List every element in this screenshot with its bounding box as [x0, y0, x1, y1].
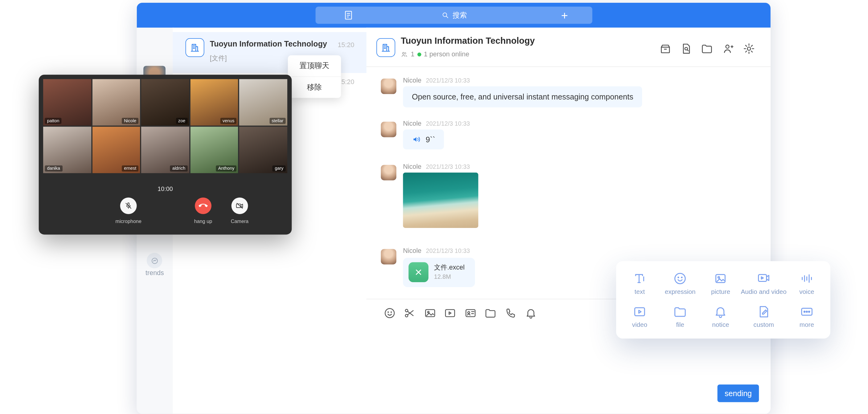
feature-expression[interactable]: expression [660, 267, 700, 300]
hang-up-button[interactable] [195, 197, 212, 214]
settings-icon[interactable] [743, 42, 755, 55]
file-folder-icon[interactable] [484, 307, 497, 319]
screenshot-scissors-icon[interactable] [403, 307, 416, 319]
sender-name: Nicole [403, 76, 421, 84]
video-play-icon [633, 305, 647, 319]
add-button[interactable]: + [561, 7, 568, 23]
message-time: 2021/12/3 10:33 [426, 120, 470, 127]
message-meta: Nicole 2021/12/3 10:33 [403, 247, 470, 254]
conversation-title: Tuoyun Information Technology [210, 39, 327, 49]
trends-label: trends [137, 269, 173, 277]
chat-header: Tuoyun Information Technology 1 1 person… [367, 28, 771, 67]
top-search-group: 搜索 + [316, 7, 592, 24]
search-label: 搜索 [453, 10, 467, 20]
feature-more[interactable]: more [786, 300, 827, 333]
sender-name: Nicole [403, 247, 421, 254]
file-size: 12.8M [434, 273, 451, 280]
call-timer: 10:00 [39, 185, 292, 192]
video-icon[interactable] [444, 307, 456, 319]
message-meta: Nicole 2021/12/3 10:33 [403, 163, 470, 170]
video-grid: patton Nicole zoe venus stellar danika e… [43, 79, 287, 173]
video-participant-tile: gary [240, 127, 287, 173]
menu-item-remove[interactable]: 移除 [288, 76, 341, 98]
image-message[interactable] [403, 172, 478, 228]
avatar[interactable] [381, 165, 396, 180]
image-icon[interactable] [424, 307, 436, 319]
picture-icon [714, 272, 727, 286]
message-time: 2021/12/3 10:33 [426, 163, 470, 170]
video-participant-tile: patton [43, 79, 91, 126]
voice-duration: 9`` [426, 135, 435, 144]
feature-picture[interactable]: picture [700, 267, 741, 300]
video-participant-tile: Nicole [92, 79, 140, 126]
phone-call-icon[interactable] [505, 307, 517, 319]
message-text: Open source, free, and universal instant… [412, 92, 633, 101]
microphone-toggle-button[interactable] [120, 197, 137, 214]
participant-name: gary [273, 165, 285, 171]
message-meta: Nicole 2021/12/3 10:33 [403, 120, 470, 127]
notice-bell-icon [714, 305, 727, 319]
video-participant-tile: stellar [240, 79, 287, 126]
feature-voice[interactable]: voice [786, 267, 827, 300]
organization-icon [186, 38, 204, 57]
search-icon [441, 11, 449, 20]
participant-name: ernest [122, 165, 138, 171]
group-archive-icon[interactable] [659, 42, 672, 55]
more-icon [800, 305, 814, 319]
message-time: 2021/12/3 10:33 [426, 247, 470, 254]
camera-toggle-button[interactable] [231, 197, 248, 214]
participant-name: danika [45, 165, 62, 171]
feature-custom[interactable]: custom [741, 300, 786, 333]
members-icon [401, 51, 408, 58]
conversation-time: 15:20 [338, 41, 354, 49]
search-history-icon[interactable] [680, 42, 692, 55]
video-participant-tile: danika [43, 127, 91, 173]
participant-name: zoe [176, 118, 188, 124]
camera-label: Camera [218, 218, 262, 224]
send-button[interactable]: sending [717, 384, 759, 402]
voice-message-bubble[interactable]: 9`` [403, 129, 444, 150]
avatar[interactable] [381, 249, 396, 264]
video-participant-tile: zoe [141, 79, 189, 126]
participant-name: Anthony [216, 165, 237, 171]
video-participant-tile: ernest [92, 127, 140, 173]
text-icon [633, 272, 647, 286]
avatar[interactable] [381, 122, 396, 137]
search-input[interactable]: 搜索 [316, 7, 592, 24]
video-participant-tile: Anthony [190, 127, 238, 173]
expression-icon [673, 272, 687, 286]
trends-icon[interactable] [147, 253, 162, 268]
participant-name: aldrich [170, 165, 188, 171]
text-message-bubble[interactable]: Open source, free, and universal instant… [403, 86, 642, 107]
participant-name: patton [45, 118, 61, 124]
folder-icon[interactable] [701, 42, 713, 55]
feature-text[interactable]: text [620, 267, 660, 300]
file-icon [673, 305, 687, 319]
participant-name: stellar [270, 118, 286, 124]
video-participant-tile: aldrich [141, 127, 189, 173]
online-text: 1 person online [424, 50, 469, 58]
feature-notice[interactable]: notice [700, 300, 741, 333]
video-participant-tile: venus [190, 79, 238, 126]
message-meta: Nicole 2021/12/3 10:33 [403, 76, 470, 84]
audio-video-icon [757, 272, 771, 286]
chat-title: Tuoyun Information Technology [401, 36, 535, 46]
group-call-overlay: patton Nicole zoe venus stellar danika e… [39, 74, 292, 234]
member-count: 1 [411, 50, 414, 58]
sender-name: Nicole [403, 163, 421, 170]
emoji-icon[interactable] [384, 307, 396, 319]
add-member-icon[interactable] [722, 42, 734, 55]
bell-icon[interactable] [525, 307, 537, 319]
message-type-panel: text expression picture Audio and video … [616, 261, 830, 339]
conversation-subtitle: [文件] [210, 54, 227, 63]
contact-card-icon[interactable] [465, 307, 477, 319]
feature-video[interactable]: video [620, 300, 660, 333]
feature-audio-video[interactable]: Audio and video [741, 267, 786, 300]
menu-item-pin-chat[interactable]: 置顶聊天 [288, 56, 341, 76]
participant-name: Nicole [122, 118, 138, 124]
avatar[interactable] [381, 78, 396, 94]
voice-wave-icon [412, 134, 422, 144]
feature-file[interactable]: file [660, 300, 700, 333]
file-name: 文件.excel [434, 263, 465, 272]
file-message-card[interactable]: 文件.excel 12.8M [403, 258, 475, 287]
